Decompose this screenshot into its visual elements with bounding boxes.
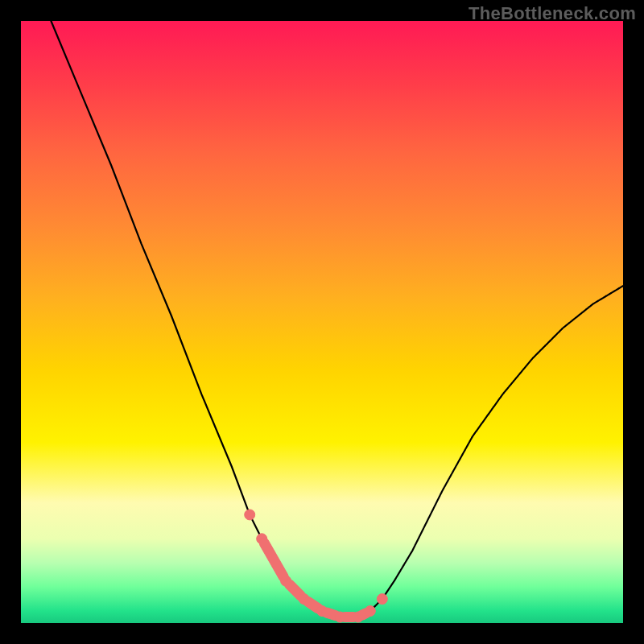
marker-dot xyxy=(377,594,387,605)
curve-left-line xyxy=(51,21,358,617)
chart-stage: TheBottleneck.com xyxy=(0,0,644,644)
curve-right-line xyxy=(358,286,623,617)
plot-svg xyxy=(21,21,623,623)
watermark-text: TheBottleneck.com xyxy=(469,3,636,24)
plot-area xyxy=(21,21,623,623)
highlight-markers xyxy=(245,510,388,622)
